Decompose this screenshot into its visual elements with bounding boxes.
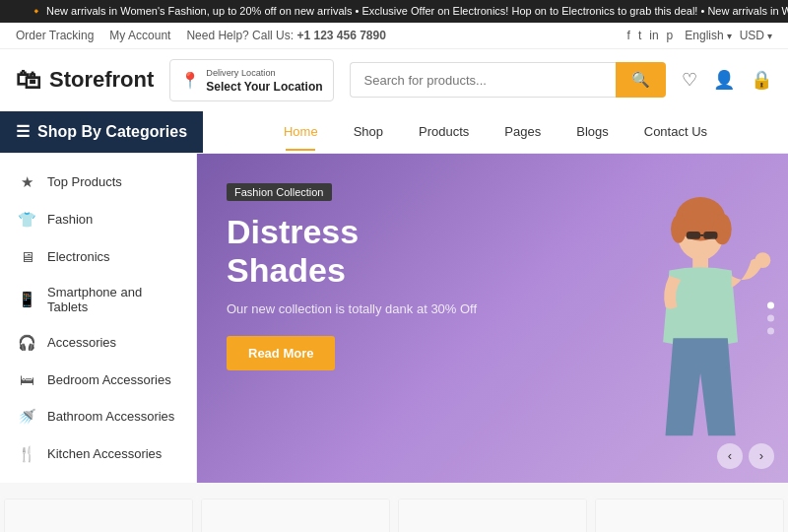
topbar: Order Tracking My Account Need Help? Cal… [0, 23, 788, 49]
sidebar-item-kitchen[interactable]: 🍴 Kitchen Accessories [0, 435, 196, 473]
wishlist-icon[interactable]: ♡ [682, 69, 697, 91]
hero-content: Fashion Collection Distress Shades Our n… [197, 154, 522, 400]
main-content: ★ Top Products 👕 Fashion 🖥 Electronics 📱… [0, 154, 788, 483]
announcement-ticker: 🔸 New arrivals in Women's Fashion, up to… [0, 0, 788, 23]
fork-icon: 🍴 [18, 445, 35, 463]
cart-icon[interactable]: 🔒 [751, 69, 772, 91]
main-nav: ☰ Shop By Categories Home Shop Products … [0, 111, 788, 154]
bed-icon: 🛏 [18, 371, 35, 388]
lang-currency: English USD [685, 29, 772, 42]
topbar-right: f t in p English USD [627, 29, 772, 42]
product-image-heels: ♡ 🔒 [399, 499, 586, 532]
nav-shop[interactable]: Shop [336, 112, 401, 151]
sidebar-item-top-products[interactable]: ★ Top Products [0, 164, 196, 201]
currency-selector[interactable]: USD [740, 29, 772, 42]
order-tracking-link[interactable]: Order Tracking [16, 29, 94, 42]
hero-dot-1[interactable] [767, 301, 774, 308]
logo-icon: 🛍 [16, 65, 41, 96]
product-card-camera[interactable]: ♡ 🔒 Nikon [4, 499, 193, 532]
language-selector[interactable]: English [685, 29, 731, 42]
monitor-icon: 🖥 [18, 248, 35, 265]
need-help-text: Need Help? Call Us: +1 123 456 7890 [186, 29, 385, 42]
product-image-bag: ♡ 🔒 [202, 499, 389, 532]
hamburger-icon: ☰ [16, 122, 30, 141]
nav-links: Home Shop Products Pages Blogs Contact U… [203, 111, 788, 153]
shirt-icon: 👕 [18, 211, 35, 229]
svg-point-8 [755, 252, 770, 268]
product-card-heels[interactable]: ♡ 🔒 [398, 499, 587, 532]
product-card-bag[interactable]: ♡ 🔒 ♡ 🔒 [201, 499, 390, 532]
site-header: 🛍 Storefront 📍 Delivery Location Select … [0, 49, 788, 111]
hero-read-more-button[interactable]: Read More [227, 336, 335, 370]
svg-point-3 [671, 215, 687, 242]
hero-person-image [623, 186, 778, 483]
sidebar-item-bedroom[interactable]: 🛏 Bedroom Accessories [0, 362, 196, 398]
nav-contact[interactable]: Contact Us [626, 112, 725, 151]
hero-arrows: ‹ › [717, 443, 774, 469]
sidebar-item-fashion[interactable]: 👕 Fashion [0, 201, 196, 238]
nav-home[interactable]: Home [266, 112, 336, 151]
nav-pages[interactable]: Pages [487, 112, 558, 151]
nav-blogs[interactable]: Blogs [558, 112, 626, 151]
delivery-location-selector[interactable]: 📍 Delivery Location Select Your Location [169, 59, 333, 101]
my-account-link[interactable]: My Account [109, 29, 170, 42]
hero-title: Distress Shades [227, 213, 492, 290]
delivery-text: Delivery Location Select Your Location [206, 65, 322, 96]
search-button[interactable]: 🔍 [616, 62, 666, 98]
hero-dot-3[interactable] [767, 327, 774, 334]
product-card-headphones[interactable]: ♡ 🔒 [595, 499, 784, 532]
topbar-left: Order Tracking My Account Need Help? Cal… [16, 29, 386, 42]
svg-rect-4 [687, 232, 700, 239]
products-section: ♡ 🔒 Nikon [0, 483, 788, 532]
location-pin-icon: 📍 [180, 71, 200, 90]
pinterest-link[interactable]: p [667, 29, 674, 42]
facebook-link[interactable]: f [627, 29, 630, 42]
nav-products[interactable]: Products [401, 112, 487, 151]
user-icon[interactable]: 👤 [713, 69, 735, 91]
sidebar-item-smartphones[interactable]: 📱 Smartphone and Tablets [0, 275, 196, 324]
hero-prev-button[interactable]: ‹ [717, 443, 743, 469]
hero-subtitle: Our new collection is totally dank at 30… [227, 301, 492, 316]
headphones-icon: 🎧 [18, 334, 35, 352]
hero-dot-2[interactable] [767, 314, 774, 321]
hero-next-button[interactable]: › [749, 443, 774, 469]
categories-sidebar: ★ Top Products 👕 Fashion 🖥 Electronics 📱… [0, 154, 197, 483]
hero-banner: Fashion Collection Distress Shades Our n… [197, 154, 788, 483]
twitter-link[interactable]: t [638, 29, 641, 42]
sidebar-item-bathroom[interactable]: 🚿 Bathroom Accessories [0, 398, 196, 435]
ticker-text: 🔸 New arrivals in Women's Fashion, up to… [0, 5, 788, 18]
logo[interactable]: 🛍 Storefront [16, 65, 154, 96]
sidebar-item-accessories[interactable]: 🎧 Accessories [0, 324, 196, 362]
star-icon: ★ [18, 173, 35, 191]
search-bar: 🔍 [350, 62, 666, 98]
instagram-link[interactable]: in [649, 29, 658, 42]
product-image-headphones: ♡ 🔒 [596, 499, 783, 532]
phone-icon: 📱 [18, 291, 35, 308]
svg-rect-5 [703, 232, 717, 239]
shop-by-categories-button[interactable]: ☰ Shop By Categories [0, 111, 203, 153]
social-links: f t in p [627, 29, 674, 42]
logo-text: Storefront [49, 67, 154, 93]
hero-dots [767, 301, 774, 334]
product-image-camera: ♡ 🔒 [5, 499, 192, 532]
heels-svg [433, 529, 552, 532]
products-grid: ♡ 🔒 Nikon [0, 491, 788, 532]
bag-svg [246, 524, 345, 532]
search-input[interactable] [350, 62, 616, 98]
hero-tag: Fashion Collection [227, 183, 332, 201]
header-icons: ♡ 👤 🔒 [682, 69, 772, 91]
svg-point-2 [713, 214, 732, 245]
sidebar-item-electronics[interactable]: 🖥 Electronics [0, 238, 196, 275]
shower-icon: 🚿 [18, 408, 35, 426]
